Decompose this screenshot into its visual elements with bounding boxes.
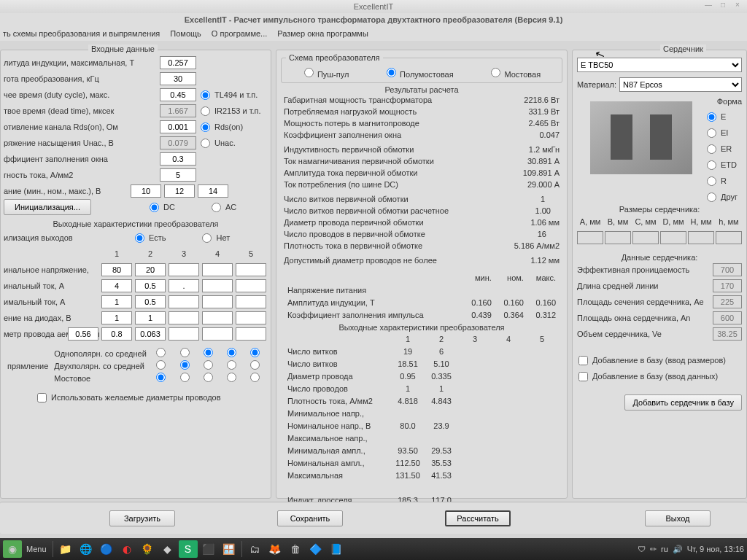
lbl-supply: ание (мин., ном., макс.), В bbox=[4, 187, 128, 195]
radio-form-e[interactable] bbox=[707, 112, 716, 122]
save-button[interactable]: Сохранить bbox=[277, 510, 343, 526]
window-titlebar: ExcellentIT — □ × bbox=[0, 0, 747, 13]
cd-an bbox=[713, 311, 742, 324]
calc-button[interactable]: Рассчитать bbox=[445, 510, 511, 526]
in-w2[interactable] bbox=[101, 327, 132, 341]
radio-form-other[interactable] bbox=[707, 192, 716, 202]
material-select[interactable]: N87 Epcos bbox=[619, 77, 742, 92]
radio-form-er[interactable] bbox=[707, 144, 716, 154]
radio-form-etd[interactable] bbox=[707, 160, 716, 170]
tb-app2-icon[interactable]: 🌐 bbox=[77, 540, 96, 558]
in-mi2[interactable] bbox=[135, 295, 166, 308]
in-freq[interactable] bbox=[160, 72, 196, 85]
tb-app3-icon[interactable]: 🔵 bbox=[97, 540, 116, 558]
lbl-jdens: гность тока, А/мм2 bbox=[4, 171, 157, 179]
tray-lang[interactable]: ru bbox=[661, 545, 668, 553]
radio-form-ei[interactable] bbox=[707, 128, 716, 138]
radio-dc[interactable] bbox=[150, 203, 159, 212]
cb-add-data[interactable] bbox=[578, 372, 588, 381]
exit-button[interactable]: Выход bbox=[645, 510, 711, 526]
in-ni1[interactable] bbox=[101, 279, 132, 292]
in-jdens[interactable] bbox=[160, 168, 196, 182]
tray-shield-icon[interactable]: 🛡 bbox=[638, 545, 646, 553]
app-subtitle: ExcellentIT - Расчет импульсного трансфо… bbox=[0, 13, 747, 26]
radio-fullbridge[interactable] bbox=[491, 68, 500, 77]
radio-rds[interactable] bbox=[201, 122, 210, 132]
tb-app11-icon[interactable]: 📘 bbox=[327, 540, 346, 558]
dim-a bbox=[577, 231, 603, 244]
in-mi1[interactable] bbox=[101, 295, 132, 308]
in-vmax[interactable] bbox=[198, 184, 228, 198]
tb-files-icon[interactable]: 🗂 bbox=[245, 540, 264, 558]
radio-tl494[interactable] bbox=[201, 90, 210, 100]
tb-app7-icon[interactable]: S bbox=[179, 540, 198, 558]
r-uni-1[interactable] bbox=[156, 348, 166, 357]
radio-usat[interactable] bbox=[201, 139, 210, 148]
minimize-icon[interactable]: — bbox=[703, 1, 713, 10]
maximize-icon[interactable]: □ bbox=[718, 1, 728, 10]
tb-app4-icon[interactable]: ◐ bbox=[117, 540, 136, 558]
in-duty[interactable] bbox=[160, 88, 196, 101]
in-di2[interactable] bbox=[135, 311, 166, 324]
start-menu-icon[interactable]: ◉ bbox=[3, 540, 22, 558]
lbl-usat: ряжение насыщения Uнас., В bbox=[4, 139, 157, 147]
core-data-title: Данные сердечника: bbox=[577, 253, 742, 262]
menu-winsize[interactable]: Размер окна программы bbox=[277, 29, 368, 38]
radio-ac[interactable] bbox=[212, 203, 221, 212]
tb-app5-icon[interactable]: 🌻 bbox=[138, 540, 157, 558]
in-usat bbox=[160, 136, 196, 149]
in-nv1[interactable] bbox=[101, 263, 132, 276]
menu-about[interactable]: О программе... bbox=[212, 29, 267, 38]
tb-trash-icon[interactable]: 🗑 bbox=[286, 540, 305, 558]
output-char-title: Выходные характеристики преобразователя bbox=[4, 219, 268, 228]
in-rds[interactable] bbox=[160, 120, 196, 133]
tb-firefox-icon[interactable]: 🦊 bbox=[266, 540, 285, 558]
tray-pen-icon[interactable]: ✏ bbox=[650, 545, 657, 554]
tb-app6-icon[interactable]: ◆ bbox=[158, 540, 177, 558]
dim-H bbox=[688, 231, 714, 244]
cb-add-dims[interactable] bbox=[578, 356, 588, 365]
in-ni2[interactable] bbox=[135, 279, 166, 292]
input-panel-title: Входные данные bbox=[88, 44, 158, 53]
tray-volume-icon[interactable]: 🔊 bbox=[673, 545, 683, 554]
close-icon[interactable]: × bbox=[732, 1, 743, 10]
lbl-bmax: литуда индукции, максимальная, Т bbox=[4, 58, 157, 67]
load-button[interactable]: Загрузить bbox=[109, 510, 175, 526]
tray-clock[interactable]: Чт, 9 ноя, 13:16 bbox=[687, 545, 744, 553]
init-button[interactable]: Инициализация... bbox=[4, 199, 91, 215]
in-vmin[interactable] bbox=[131, 184, 161, 198]
radio-pushpull[interactable] bbox=[304, 68, 314, 77]
in-vnom[interactable] bbox=[164, 184, 195, 198]
dim-h bbox=[716, 231, 742, 244]
radio-form-r[interactable] bbox=[707, 176, 716, 186]
scheme-legend: Схема преобразователя bbox=[286, 53, 383, 62]
menu-help[interactable]: Помощь bbox=[170, 29, 201, 38]
in-nv2[interactable] bbox=[135, 263, 166, 276]
radio-ir2153[interactable] bbox=[201, 106, 210, 116]
in-ni3[interactable] bbox=[169, 279, 199, 292]
menubar: ть схемы преобразования и выпрямления По… bbox=[0, 26, 747, 41]
dim-c bbox=[632, 231, 659, 244]
in-w3[interactable] bbox=[135, 327, 166, 341]
radio-stab-no[interactable] bbox=[202, 233, 212, 243]
cb-usewire[interactable] bbox=[37, 393, 47, 402]
in-bmax[interactable] bbox=[160, 56, 196, 69]
tb-app9-icon[interactable]: 🪟 bbox=[220, 540, 239, 558]
dim-d bbox=[660, 231, 686, 244]
add-core-button[interactable]: Добавить сердечник в базу bbox=[624, 394, 742, 411]
bottom-bar: Загрузить Сохранить Рассчитать Выход bbox=[0, 502, 747, 534]
in-dead bbox=[160, 104, 196, 117]
radio-halfbridge[interactable] bbox=[387, 68, 396, 77]
menu-schemes[interactable]: ть схемы преобразования и выпрямления bbox=[3, 29, 160, 38]
window-title: ExcellentIT bbox=[354, 2, 393, 11]
results-title: Результаты расчета bbox=[276, 85, 567, 94]
in-fill[interactable] bbox=[160, 152, 196, 166]
in-di1[interactable] bbox=[101, 311, 132, 324]
in-w1[interactable] bbox=[68, 327, 98, 341]
tb-app1-icon[interactable]: 📁 bbox=[56, 540, 75, 558]
tb-app8-icon[interactable]: ⬛ bbox=[199, 540, 218, 558]
core-panel-title: Сердечник bbox=[660, 44, 706, 53]
tb-app10-icon[interactable]: 🔷 bbox=[306, 540, 325, 558]
start-menu-label[interactable]: Menu bbox=[26, 545, 47, 553]
radio-stab-yes[interactable] bbox=[135, 233, 144, 243]
